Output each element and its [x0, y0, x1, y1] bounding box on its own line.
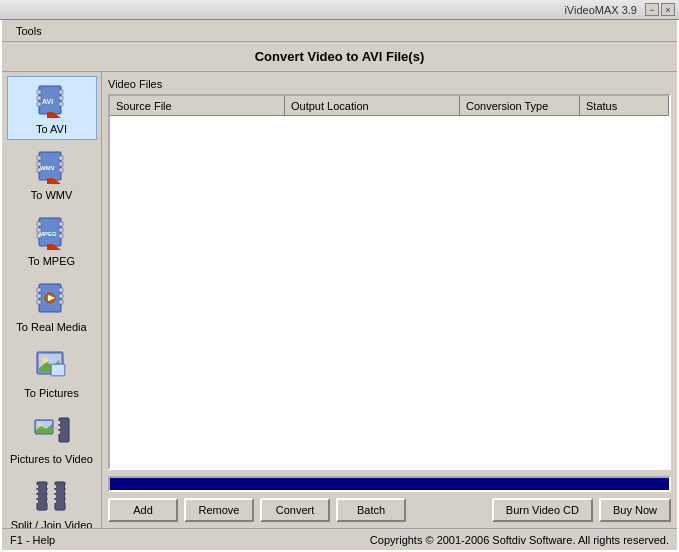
right-buttons: Burn Video CD Buy Now	[492, 498, 671, 522]
progress-bar-fill	[110, 478, 669, 490]
sidebar: AVI To AVI	[2, 72, 102, 528]
sidebar-label-to-avi: To AVI	[36, 123, 67, 135]
svg-rect-59	[47, 485, 50, 488]
svg-rect-5	[59, 96, 63, 100]
svg-rect-53	[57, 431, 60, 434]
table-body	[110, 116, 669, 468]
svg-text:WMV: WMV	[40, 165, 55, 171]
file-table: Source File Output Location Conversion T…	[108, 94, 671, 470]
to-pictures-icon	[32, 345, 72, 385]
svg-rect-29	[47, 244, 53, 250]
svg-rect-65	[53, 490, 56, 493]
svg-rect-2	[37, 96, 41, 100]
close-button[interactable]: ×	[661, 3, 675, 16]
svg-rect-61	[47, 495, 50, 498]
copyright-text: Copyrights © 2001-2006 Softdiv Software.…	[370, 534, 669, 546]
sidebar-label-split-join-video: Split / Join Video	[11, 519, 93, 528]
buy-now-button[interactable]: Buy Now	[599, 498, 671, 522]
svg-rect-58	[35, 500, 38, 503]
title-bar-buttons: − ×	[645, 3, 675, 16]
col-header-output: Output Location	[285, 96, 460, 115]
svg-rect-56	[35, 490, 38, 493]
col-header-source: Source File	[110, 96, 285, 115]
svg-rect-51	[57, 421, 60, 424]
sidebar-item-pictures-to-video[interactable]: → Pictures to Video	[7, 406, 97, 470]
main-window: Tools Convert Video to AVI File(s)	[0, 20, 679, 552]
remove-button[interactable]: Remove	[184, 498, 254, 522]
svg-rect-55	[35, 485, 38, 488]
sidebar-label-to-pictures: To Pictures	[24, 387, 78, 399]
svg-rect-3	[37, 102, 41, 106]
burn-video-cd-button[interactable]: Burn Video CD	[492, 498, 593, 522]
svg-rect-44	[52, 365, 64, 375]
svg-rect-32	[37, 294, 41, 298]
svg-rect-71	[65, 500, 68, 503]
sidebar-label-to-realmedia: To Real Media	[16, 321, 86, 333]
content-area: AVI To AVI	[2, 72, 677, 528]
svg-rect-70	[65, 495, 68, 498]
sidebar-label-to-wmv: To WMV	[31, 189, 73, 201]
sidebar-item-to-realmedia[interactable]: To Real Media	[7, 274, 97, 338]
svg-rect-24	[59, 222, 63, 226]
svg-rect-60	[47, 490, 50, 493]
sidebar-item-to-pictures[interactable]: To Pictures	[7, 340, 97, 404]
svg-text:MPEG: MPEG	[39, 231, 57, 237]
header-title: Convert Video to AVI File(s)	[255, 49, 425, 64]
svg-rect-64	[53, 485, 56, 488]
svg-rect-21	[37, 222, 41, 226]
svg-rect-9	[47, 112, 53, 118]
svg-rect-36	[59, 300, 63, 304]
sidebar-item-split-join-video[interactable]: Split / Join Video	[7, 472, 97, 528]
to-avi-icon: AVI	[32, 81, 72, 121]
svg-rect-57	[35, 495, 38, 498]
svg-rect-67	[53, 500, 56, 503]
svg-rect-34	[59, 288, 63, 292]
to-realmedia-icon	[32, 279, 72, 319]
svg-rect-6	[59, 102, 63, 106]
sidebar-item-to-mpeg[interactable]: MPEG To MPEG	[7, 208, 97, 272]
sidebar-item-to-wmv[interactable]: WMV To WMV	[7, 142, 97, 206]
svg-rect-19	[47, 178, 53, 184]
svg-rect-4	[59, 90, 63, 94]
batch-button[interactable]: Batch	[336, 498, 406, 522]
sidebar-item-to-avi[interactable]: AVI To AVI	[7, 76, 97, 140]
main-content: Video Files Source File Output Location …	[102, 72, 677, 528]
svg-rect-15	[59, 162, 63, 166]
svg-rect-11	[37, 156, 41, 160]
svg-rect-62	[47, 500, 50, 503]
svg-rect-31	[37, 288, 41, 292]
col-header-status: Status	[580, 96, 669, 115]
svg-rect-66	[53, 495, 56, 498]
menu-bar: Tools	[2, 20, 677, 42]
svg-rect-68	[65, 485, 68, 488]
svg-rect-50	[59, 418, 69, 442]
table-header: Source File Output Location Conversion T…	[110, 96, 669, 116]
svg-rect-25	[59, 228, 63, 232]
help-text: F1 - Help	[10, 534, 55, 546]
sidebar-label-pictures-to-video: Pictures to Video	[10, 453, 93, 465]
svg-rect-14	[59, 156, 63, 160]
to-wmv-icon: WMV	[32, 147, 72, 187]
svg-rect-35	[59, 294, 63, 298]
add-button[interactable]: Add	[108, 498, 178, 522]
pictures-to-video-icon: →	[32, 411, 72, 451]
svg-rect-16	[59, 168, 63, 172]
svg-rect-69	[65, 490, 68, 493]
convert-button[interactable]: Convert	[260, 498, 330, 522]
sidebar-label-to-mpeg: To MPEG	[28, 255, 75, 267]
header-bar: Convert Video to AVI File(s)	[2, 42, 677, 72]
progress-bar-container	[108, 476, 671, 492]
split-join-video-icon	[32, 477, 72, 517]
col-header-type: Conversion Type	[460, 96, 580, 115]
buttons-row: Add Remove Convert Batch Burn Video CD B…	[108, 498, 671, 522]
section-label: Video Files	[108, 78, 671, 90]
svg-text:AVI: AVI	[42, 98, 53, 105]
to-mpeg-icon: MPEG	[32, 213, 72, 253]
svg-rect-52	[57, 426, 60, 429]
app-title: iVideoMAX 3.9	[4, 4, 645, 16]
title-bar: iVideoMAX 3.9 − ×	[0, 0, 679, 20]
minimize-button[interactable]: −	[645, 3, 659, 16]
svg-rect-1	[37, 90, 41, 94]
menu-tools[interactable]: Tools	[8, 23, 50, 39]
svg-rect-26	[59, 234, 63, 238]
